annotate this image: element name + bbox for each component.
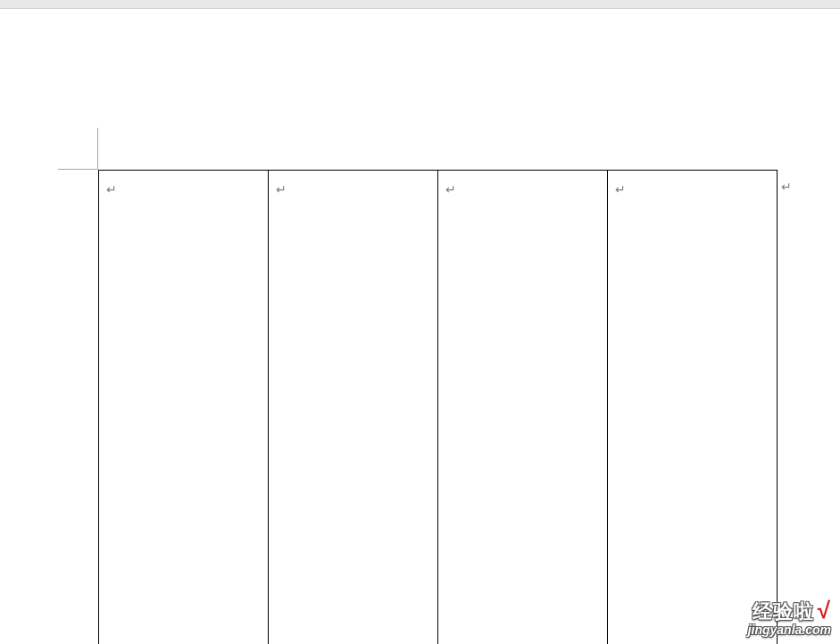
document-page[interactable]: ↵ ↵ ↵ ↵ ↵ 经验啦√ jingyanla.com (0, 9, 840, 644)
paragraph-mark-icon: ↵ (781, 180, 792, 193)
checkmark-icon: √ (818, 597, 831, 623)
paragraph-mark-icon: ↵ (615, 183, 626, 196)
document-table[interactable]: ↵ ↵ ↵ ↵ (98, 170, 778, 644)
toolbar-strip (0, 0, 840, 9)
paragraph-mark-icon: ↵ (276, 183, 287, 196)
watermark-url: jingyanla.com (748, 623, 831, 637)
watermark-text-top: 经验啦√ (748, 598, 831, 622)
table-cell-2[interactable]: ↵ (269, 171, 438, 645)
table-row[interactable]: ↵ ↵ ↵ ↵ (99, 171, 778, 645)
table-cell-4[interactable]: ↵ (608, 171, 778, 645)
paragraph-mark-icon: ↵ (445, 183, 456, 196)
paragraph-mark-icon: ↵ (106, 183, 117, 196)
watermark-brand: 经验啦 (753, 600, 814, 623)
table-cell-3[interactable]: ↵ (438, 171, 608, 645)
watermark-logo: 经验啦√ jingyanla.com (748, 598, 831, 637)
table-cell-1[interactable]: ↵ (99, 171, 269, 645)
page-margin-corner-marker (58, 128, 98, 170)
